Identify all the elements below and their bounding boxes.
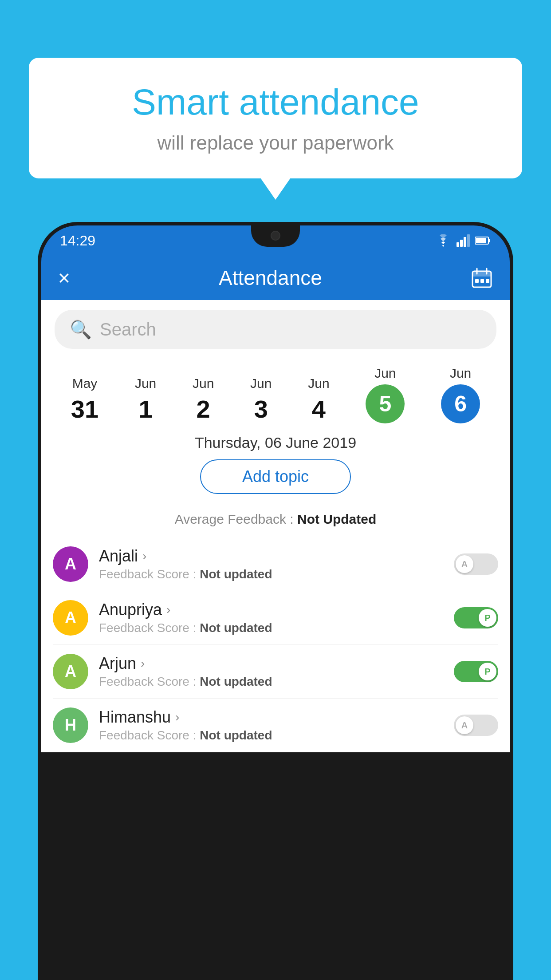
status-icons <box>435 234 491 247</box>
date-month: Jun <box>250 376 272 391</box>
student-name: Himanshu › <box>99 708 443 727</box>
student-info: Anupriya › Feedback Score : Not updated <box>99 601 443 635</box>
battery-icon <box>475 236 491 245</box>
svg-rect-3 <box>467 234 470 247</box>
date-item-jun6[interactable]: Jun 6 <box>441 366 480 423</box>
student-info: Anjali › Feedback Score : Not updated <box>99 547 443 581</box>
student-info: Himanshu › Feedback Score : Not updated <box>99 708 443 743</box>
student-info: Arjun › Feedback Score : Not updated <box>99 654 443 689</box>
date-item-jun1[interactable]: Jun 1 <box>135 376 156 423</box>
calendar-icon[interactable] <box>471 267 493 289</box>
student-feedback: Feedback Score : Not updated <box>99 567 443 581</box>
date-item-jun2[interactable]: Jun 2 <box>193 376 214 423</box>
svg-rect-8 <box>472 271 491 277</box>
search-bar[interactable]: 🔍 Search <box>55 310 496 349</box>
student-name: Arjun › <box>99 654 443 673</box>
date-item-jun5[interactable]: Jun 5 <box>366 366 405 423</box>
student-feedback: Feedback Score : Not updated <box>99 675 443 689</box>
average-feedback: Average Feedback : Not Updated <box>41 512 510 527</box>
date-month: Jun <box>450 366 471 381</box>
speech-bubble-title: Smart attendance <box>55 82 496 122</box>
student-name: Anjali › <box>99 547 443 565</box>
signal-icon <box>457 234 470 247</box>
svg-rect-13 <box>486 279 489 283</box>
feedback-value: Not Updated <box>297 512 376 526</box>
page-title: Attendance <box>219 266 322 290</box>
add-topic-button[interactable]: Add topic <box>200 459 351 494</box>
date-day: 31 <box>71 395 98 423</box>
student-feedback: Feedback Score : Not updated <box>99 621 443 635</box>
attendance-toggle[interactable]: P <box>454 661 498 682</box>
svg-rect-11 <box>475 279 479 283</box>
svg-rect-12 <box>480 279 484 283</box>
date-month: Jun <box>374 366 396 381</box>
date-day: 6 <box>454 391 467 417</box>
date-item-may31[interactable]: May 31 <box>71 376 98 423</box>
student-feedback: Feedback Score : Not updated <box>99 728 443 743</box>
attendance-toggle[interactable]: A <box>454 553 498 575</box>
date-month: Jun <box>135 376 156 391</box>
avatar: A <box>53 600 88 636</box>
phone-frame: 14:29 <box>38 222 513 980</box>
date-day: 1 <box>139 395 153 423</box>
svg-rect-2 <box>464 237 466 247</box>
speech-bubble-container: Smart attendance will replace your paper… <box>29 58 522 178</box>
wifi-icon <box>435 234 451 247</box>
search-icon: 🔍 <box>70 319 92 340</box>
avatar: A <box>53 654 88 689</box>
list-item[interactable]: A Anjali › Feedback Score : Not updated … <box>53 537 498 591</box>
student-name: Anupriya › <box>99 601 443 619</box>
date-day: 3 <box>254 395 268 423</box>
date-item-jun4[interactable]: Jun 4 <box>308 376 329 423</box>
avatar: H <box>53 707 88 743</box>
search-input[interactable]: Search <box>100 320 156 340</box>
feedback-label: Average Feedback : <box>175 512 294 526</box>
date-day: 4 <box>312 395 326 423</box>
svg-rect-0 <box>457 242 459 247</box>
phone-inner: 14:29 <box>41 225 510 980</box>
date-day: 2 <box>197 395 210 423</box>
screen-content: 🔍 Search May 31 Jun 1 Jun 2 Jun <box>41 300 510 752</box>
chevron-right-icon: › <box>141 656 145 671</box>
notch <box>251 225 300 247</box>
svg-rect-6 <box>488 239 490 242</box>
chevron-right-icon: › <box>166 603 170 617</box>
app-header: × Attendance <box>41 256 510 300</box>
list-item[interactable]: H Himanshu › Feedback Score : Not update… <box>53 699 498 752</box>
list-item[interactable]: A Anupriya › Feedback Score : Not update… <box>53 591 498 645</box>
date-row: May 31 Jun 1 Jun 2 Jun 3 Jun 4 <box>41 359 510 423</box>
date-item-jun3[interactable]: Jun 3 <box>250 376 272 423</box>
speech-bubble-subtitle: will replace your paperwork <box>55 132 496 154</box>
chevron-right-icon: › <box>175 710 179 724</box>
svg-rect-1 <box>460 240 463 247</box>
status-time: 14:29 <box>60 233 95 249</box>
selected-date-label: Thursday, 06 June 2019 <box>41 434 510 451</box>
date-month: May <box>72 376 98 391</box>
svg-rect-5 <box>476 238 486 243</box>
list-item[interactable]: A Arjun › Feedback Score : Not updated P <box>53 645 498 699</box>
attendance-toggle[interactable]: P <box>454 607 498 628</box>
chevron-right-icon: › <box>142 549 146 563</box>
notch-camera <box>271 231 280 241</box>
attendance-toggle[interactable]: A <box>454 715 498 736</box>
date-month: Jun <box>308 376 329 391</box>
student-list: A Anjali › Feedback Score : Not updated … <box>41 537 510 752</box>
close-button[interactable]: × <box>58 266 70 290</box>
date-day: 5 <box>379 391 391 417</box>
speech-bubble: Smart attendance will replace your paper… <box>29 58 522 178</box>
date-month: Jun <box>193 376 214 391</box>
avatar: A <box>53 546 88 582</box>
status-bar: 14:29 <box>41 225 510 256</box>
